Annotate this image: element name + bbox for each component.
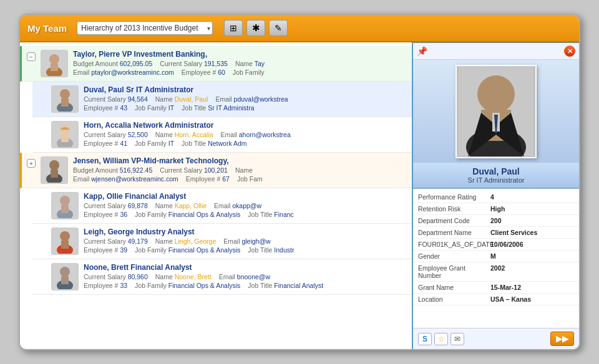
- collapse-button[interactable]: −: [27, 52, 36, 61]
- workstream-button[interactable]: S: [418, 333, 432, 345]
- member-fields: Current Salary 80,960 Name Noone, Brett …: [84, 273, 407, 280]
- field-label: Department Code: [418, 217, 487, 224]
- detail-field-row: Grant Name 15-Mar-12: [413, 282, 579, 294]
- toolbar-icons: ⊞ ✱ ✎: [224, 20, 288, 36]
- field-label: Current Salary 80,960: [84, 273, 148, 280]
- field-label: Department Name: [418, 229, 487, 236]
- field-label: Current Salary 191,535: [160, 60, 228, 67]
- list-item[interactable]: Leigh, George Industry Analyst Current S…: [32, 224, 412, 259]
- avatar: [41, 156, 68, 184]
- field-value: High: [490, 205, 574, 213]
- field-label: Name Duval, Paul: [155, 95, 208, 103]
- field-label: Name Tay: [235, 60, 265, 67]
- detail-field-row: Department Name Client Services: [413, 227, 579, 239]
- detail-person-title: Sr IT Administrator: [419, 176, 573, 184]
- list-item[interactable]: Duval, Paul Sr IT Administrator Current …: [32, 82, 412, 117]
- list-item[interactable]: Horn, Accalia Network Administrator Curr…: [32, 117, 412, 153]
- field-label: Job Title Industr: [248, 246, 294, 254]
- field-label: Job Fam: [237, 175, 263, 183]
- field-label: Retention Risk: [418, 205, 487, 213]
- field-label: Email wjensen@workstreaminc.com: [73, 175, 178, 183]
- content-area: − Taylor, Pierre VP Investment Banking, …: [20, 42, 579, 349]
- field-label: Job Family IT: [135, 104, 174, 112]
- svg-point-18: [60, 267, 70, 277]
- detail-field-row: Retention Risk High: [413, 203, 579, 215]
- detail-fields: Performance Rating 4 Retention Risk High…: [413, 189, 579, 328]
- member-info: Duval, Paul Sr IT Administrator Current …: [84, 85, 407, 112]
- svg-rect-8: [61, 134, 69, 142]
- field-label: Employee # 67: [186, 175, 230, 183]
- detail-field-row: Location USA – Kanas: [413, 294, 579, 305]
- member-info: Jensen, William VP-Mid-market Technology…: [73, 156, 407, 183]
- field-value: 200: [490, 217, 574, 224]
- svg-rect-11: [51, 170, 58, 178]
- list-item[interactable]: Noone, Brett Financial Analyst Current S…: [32, 259, 412, 295]
- grid-view-button[interactable]: ⊞: [224, 20, 243, 36]
- team-list[interactable]: − Taylor, Pierre VP Investment Banking, …: [20, 42, 412, 349]
- field-value: M: [490, 252, 574, 260]
- page-title: My Team: [27, 23, 67, 34]
- field-label: Job Title Sr IT Administra: [182, 104, 255, 112]
- list-item[interactable]: − Taylor, Pierre VP Investment Banking, …: [20, 46, 412, 82]
- pin-icon: 📌: [417, 46, 427, 56]
- field-label: Job Family: [233, 69, 265, 76]
- field-label: Email okapp@w: [214, 202, 261, 209]
- member-fields: Current Salary 94,564 Name Duval, Paul E…: [84, 95, 407, 103]
- field-value: 2002: [490, 264, 574, 279]
- field-label: Name Kapp, Ollie: [155, 202, 207, 209]
- field-label: Name Horn, Accalia: [155, 131, 213, 138]
- field-value: Client Services: [490, 229, 574, 236]
- detail-full-name: Duval, Paul: [419, 166, 573, 176]
- detail-field-row: Department Code 200: [413, 215, 579, 227]
- next-button[interactable]: ▶▶: [550, 332, 574, 346]
- header-bar: My Team Hierarchy of 2013 Incentive Budg…: [20, 15, 579, 42]
- avatar: [51, 121, 79, 148]
- email-button[interactable]: ✉: [450, 333, 464, 345]
- star-button[interactable]: ☆: [434, 333, 448, 345]
- field-label: Current Salary 52,500: [84, 131, 148, 138]
- field-label: Current Salary 94,564: [84, 95, 148, 103]
- member-fields: Current Salary 52,500 Name Horn, Accalia…: [84, 131, 407, 138]
- detail-panel: 📌 ✕: [412, 42, 579, 349]
- detail-field-row: FOUR01K_AS_OF_DATE 10/06/2006: [413, 239, 579, 251]
- field-label: Location: [418, 295, 487, 303]
- footer-action-icons: S ☆ ✉: [418, 333, 464, 345]
- collapse-button[interactable]: +: [27, 159, 36, 168]
- field-label: Budget Amount 516,922.45: [73, 166, 152, 174]
- list-item[interactable]: + Jensen, William VP-Mid-market Technolo…: [20, 153, 412, 188]
- detail-field-row: Employee Grant Number 2002: [413, 262, 579, 282]
- member-fields: Current Salary 69,878 Name Kapp, Ollie E…: [84, 202, 407, 209]
- svg-rect-20: [61, 276, 69, 284]
- field-label: Employee # 43: [84, 104, 127, 112]
- detail-footer: S ☆ ✉ ▶▶: [413, 328, 579, 349]
- member-fields: Current Salary 49,179 Name Leigh, George…: [84, 237, 407, 245]
- hierarchy-dropdown[interactable]: Hierarchy of 2013 Incentive Budget 2013 …: [77, 21, 213, 35]
- edit-icon: ✎: [275, 23, 282, 33]
- detail-close-button[interactable]: ✕: [564, 46, 575, 57]
- member-fields-2: Employee # 39 Job Family Financial Ops &…: [84, 246, 407, 254]
- member-fields-2: Employee # 41 Job Family IT Job Title Ne…: [84, 140, 407, 147]
- avatar: [51, 192, 79, 219]
- svg-point-22: [477, 75, 515, 113]
- edit-button[interactable]: ✎: [269, 20, 288, 36]
- member-name: Kapp, Ollie Financial Analyst: [84, 192, 407, 201]
- member-name: Jensen, William VP-Mid-market Technology…: [73, 156, 407, 165]
- field-label: Email ahorn@workstrea: [221, 131, 291, 138]
- field-value: 4: [490, 193, 574, 201]
- field-label: Current Salary 100,201: [160, 166, 228, 174]
- member-fields-2: Email ptaylor@workstreaminc.com Employee…: [73, 69, 407, 76]
- svg-point-12: [60, 196, 70, 206]
- avatar: [51, 263, 79, 290]
- svg-point-3: [60, 89, 70, 99]
- field-label: Current Salary 49,179: [84, 237, 148, 245]
- member-fields: Budget Amount 516,922.45 Current Salary …: [73, 166, 407, 174]
- field-label: Email bnoone@w: [219, 273, 270, 280]
- avatar: [51, 228, 79, 255]
- main-container: My Team Hierarchy of 2013 Incentive Budg…: [19, 14, 580, 350]
- member-fields-2: Employee # 36 Job Family Financial Ops &…: [84, 211, 407, 218]
- field-label: Employee # 36: [84, 211, 127, 218]
- list-item[interactable]: Kapp, Ollie Financial Analyst Current Sa…: [32, 188, 412, 224]
- field-label: Job Title Financial Analyst: [248, 282, 323, 289]
- settings-button[interactable]: ✱: [246, 20, 265, 36]
- field-label: Job Family Financial Ops & Analysis: [135, 282, 240, 289]
